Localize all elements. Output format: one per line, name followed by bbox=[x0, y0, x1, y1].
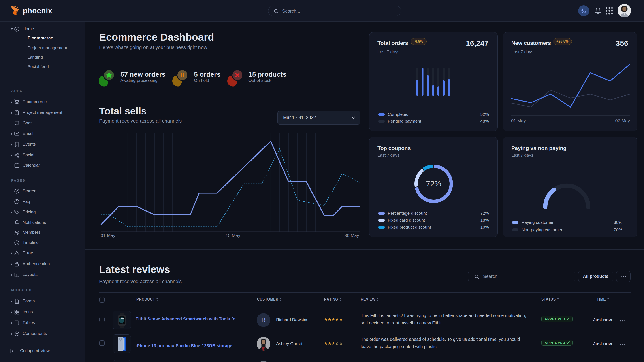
svg-text:01 May: 01 May bbox=[101, 233, 116, 238]
svg-text:01 May: 01 May bbox=[511, 118, 526, 123]
svg-text:30 May: 30 May bbox=[344, 233, 359, 238]
svg-text:15 May: 15 May bbox=[226, 233, 240, 238]
svg-text:07 May: 07 May bbox=[615, 118, 630, 123]
